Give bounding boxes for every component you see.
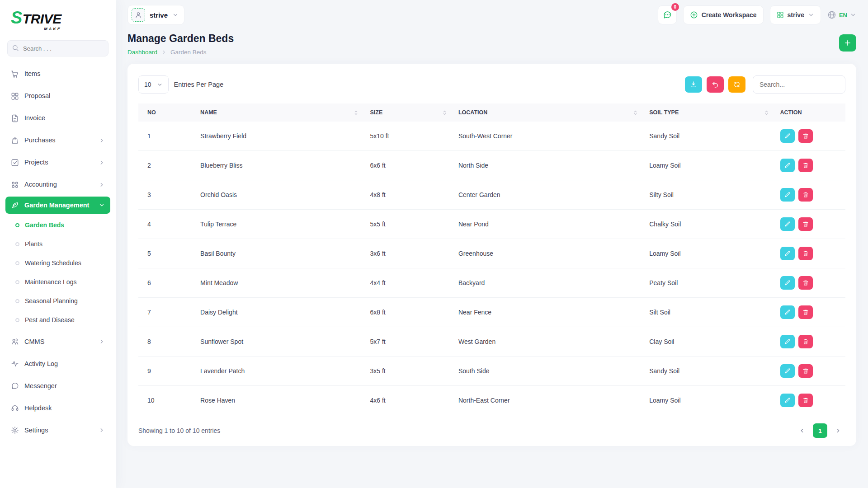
workspace-name: strive — [150, 11, 168, 19]
sidebar-subitem-pest-and-disease[interactable]: Pest and Disease — [5, 310, 110, 329]
sidebar-item-projects[interactable]: Projects — [5, 151, 110, 174]
sidebar-subitem-plants[interactable]: Plants — [5, 235, 110, 253]
sidebar-item-invoice[interactable]: Invoice — [5, 107, 110, 129]
pencil-icon — [784, 162, 791, 169]
language-selector[interactable]: EN — [827, 10, 856, 19]
sidebar-subitem-garden-beds[interactable]: Garden Beds — [5, 216, 110, 235]
sidebar-item-items[interactable]: Items — [5, 63, 110, 85]
delete-button[interactable] — [798, 188, 813, 202]
table-row: 2 Blueberry Bliss 6x6 ft North Side Loam… — [138, 151, 845, 180]
sidebar-item-activity-log[interactable]: Activity Log — [5, 352, 110, 375]
sidebar-search-input[interactable] — [7, 40, 108, 56]
cell-name: Strawberry Field — [195, 122, 364, 151]
cell-no: 3 — [138, 180, 195, 210]
delete-button[interactable] — [798, 247, 813, 260]
sidebar-subitem-label: Watering Schedules — [25, 259, 81, 267]
cell-name: Rose Haven — [195, 386, 364, 415]
column-header-location[interactable]: LOCATION — [453, 103, 644, 122]
table-row: 9 Lavender Patch 3x5 ft South Side Sandy… — [138, 357, 845, 386]
entries-per-page-value: 10 — [144, 81, 151, 88]
cell-size: 5x7 ft — [364, 327, 453, 357]
delete-button[interactable] — [798, 364, 813, 378]
sidebar-item-label: Proposal — [24, 92, 105, 100]
entries-per-page-select[interactable]: 10 — [138, 75, 169, 94]
undo-button[interactable] — [707, 76, 724, 93]
table-row: 5 Basil Bounty 3x6 ft Greenhouse Loamy S… — [138, 239, 845, 268]
organization-selector[interactable]: strive — [770, 5, 821, 24]
chevron-right-icon — [99, 427, 105, 433]
sidebar-subitem-maintenance-logs[interactable]: Maintenance Logs — [5, 272, 110, 291]
breadcrumb-dashboard-link[interactable]: Dashboard — [127, 49, 157, 56]
column-header-soil-type[interactable]: SOIL TYPE — [644, 103, 774, 122]
sidebar-item-accounting[interactable]: Accounting — [5, 174, 110, 196]
cell-location: Center Garden — [453, 180, 644, 210]
cell-location: Greenhouse — [453, 239, 644, 268]
sidebar-item-messenger[interactable]: Messenger — [5, 375, 110, 397]
brand-logo[interactable]: STRIVE MAKE — [0, 0, 116, 37]
sort-icon[interactable] — [442, 110, 448, 116]
plus-icon — [844, 39, 852, 47]
breadcrumb: Dashboard Garden Beds — [127, 49, 234, 56]
edit-button[interactable] — [780, 188, 795, 202]
next-page-button[interactable] — [831, 423, 845, 438]
edit-button[interactable] — [780, 364, 795, 378]
gear-icon — [11, 426, 19, 434]
edit-button[interactable] — [780, 247, 795, 260]
edit-button[interactable] — [780, 129, 795, 143]
trash-icon — [802, 162, 809, 169]
sidebar-subitem-watering-schedules[interactable]: Watering Schedules — [5, 253, 110, 272]
topbar-actions: 0 Create Workspace strive EN — [658, 5, 856, 24]
delete-button[interactable] — [798, 159, 813, 172]
sidebar-item-garden-management[interactable]: Garden Management — [5, 197, 110, 214]
message-count-badge: 0 — [671, 3, 679, 11]
cell-size: 4x4 ft — [364, 268, 453, 298]
edit-button[interactable] — [780, 217, 795, 231]
sort-icon[interactable] — [353, 110, 359, 116]
sidebar-item-settings[interactable]: Settings — [5, 419, 110, 441]
sort-icon[interactable] — [764, 110, 769, 116]
cell-soil: Clay Soil — [644, 327, 774, 357]
sidebar: STRIVE MAKE Items Proposal Invoice — [0, 0, 116, 488]
create-workspace-label: Create Workspace — [702, 11, 757, 19]
delete-button[interactable] — [798, 335, 813, 348]
column-header-size[interactable]: SIZE — [364, 103, 453, 122]
sidebar-nav: Items Proposal Invoice Purchases Project… — [0, 62, 116, 488]
table-search-input[interactable] — [753, 75, 845, 94]
sidebar-subitem-label: Garden Beds — [25, 221, 64, 229]
messages-button[interactable]: 0 — [658, 5, 677, 24]
edit-button[interactable] — [780, 394, 795, 407]
refresh-button[interactable] — [728, 76, 745, 93]
cell-size: 3x6 ft — [364, 239, 453, 268]
sort-icon[interactable] — [632, 110, 638, 116]
table-footer: Showing 1 to 10 of 10 entries 1 — [138, 423, 845, 438]
delete-button[interactable] — [798, 217, 813, 231]
trash-icon — [802, 280, 809, 286]
add-garden-bed-button[interactable] — [839, 34, 856, 52]
page-number-button[interactable]: 1 — [813, 423, 827, 438]
export-button[interactable] — [685, 76, 702, 93]
table-row: 1 Strawberry Field 5x10 ft South-West Co… — [138, 122, 845, 151]
cell-name: Blueberry Bliss — [195, 151, 364, 180]
cell-name: Basil Bounty — [195, 239, 364, 268]
pencil-icon — [784, 221, 791, 227]
sidebar-item-purchases[interactable]: Purchases — [5, 129, 110, 151]
edit-button[interactable] — [780, 276, 795, 290]
delete-button[interactable] — [798, 129, 813, 143]
delete-button[interactable] — [798, 394, 813, 407]
edit-button[interactable] — [780, 305, 795, 319]
column-header-name[interactable]: NAME — [195, 103, 364, 122]
trash-icon — [802, 368, 809, 374]
sidebar-item-cmms[interactable]: CMMS — [5, 330, 110, 352]
sidebar-item-proposal[interactable]: Proposal — [5, 85, 110, 107]
delete-button[interactable] — [798, 276, 813, 290]
edit-button[interactable] — [780, 335, 795, 348]
cell-no: 4 — [138, 210, 195, 239]
column-header-no: NO — [138, 103, 195, 122]
previous-page-button[interactable] — [795, 423, 809, 438]
delete-button[interactable] — [798, 305, 813, 319]
sidebar-subitem-seasonal-planning[interactable]: Seasonal Planning — [5, 291, 110, 310]
create-workspace-button[interactable]: Create Workspace — [683, 5, 764, 24]
sidebar-item-helpdesk[interactable]: Helpdesk — [5, 397, 110, 419]
workspace-selector[interactable]: strive — [127, 5, 184, 25]
edit-button[interactable] — [780, 159, 795, 172]
